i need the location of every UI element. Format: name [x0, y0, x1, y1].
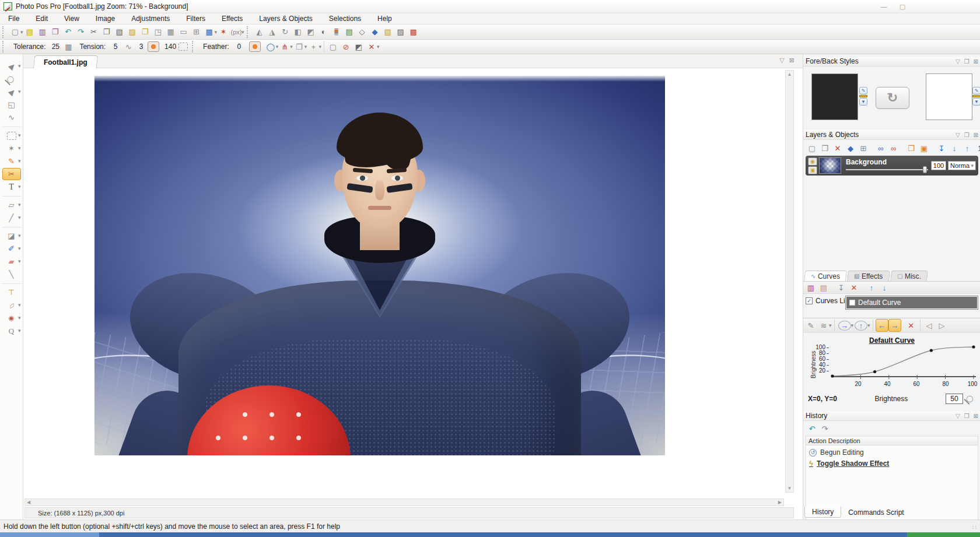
line-tool[interactable]: ╱▾ — [2, 212, 21, 224]
show-grid-button[interactable]: ▦ — [164, 26, 177, 38]
history-item-begun-editing[interactable]: ↺ Begun Editing — [807, 447, 977, 458]
panel-pin-icon[interactable]: ❐ — [964, 58, 970, 65]
rotate-right-button[interactable]: ◮ — [266, 26, 279, 38]
document-tab[interactable]: Football1.jpg — [33, 55, 98, 68]
flip-horizontal-button[interactable]: ◧ — [292, 26, 304, 38]
color-swatches-button[interactable]: ▤ — [343, 26, 356, 38]
new-file-dropdown-icon[interactable]: ▾ — [20, 29, 23, 35]
photo-football-player[interactable] — [94, 76, 665, 455]
copy-button[interactable]: ❐ — [100, 26, 113, 38]
magic-wand-tool[interactable]: ✶▾ — [2, 142, 21, 155]
history-redo-button[interactable]: ↷ — [818, 422, 831, 435]
menu-selections[interactable]: Selections — [321, 13, 369, 24]
scroll-up-icon[interactable]: ▲ — [788, 72, 792, 77]
menu-view[interactable]: View — [56, 13, 88, 24]
history-item-toggle-shadow[interactable]: ϟ Toggle Shadow Effect — [807, 458, 977, 469]
dropdown-icon[interactable]: ▾ — [18, 132, 21, 138]
panel-pin-icon[interactable]: ❐ — [964, 132, 970, 138]
layer-visible-eye-icon[interactable]: ◉ — [808, 157, 817, 166]
shift-curve-up-button[interactable]: ↑ — [855, 321, 867, 331]
color-levels-button[interactable]: ≡ — [330, 26, 343, 38]
curve-value-input[interactable]: 50 — [946, 394, 963, 404]
eraser-tool[interactable]: ▰▾ — [2, 255, 21, 268]
slider-handle[interactable] — [923, 166, 927, 173]
tab-list-dropdown-icon[interactable]: ▽ — [779, 57, 784, 64]
tab-curves[interactable]: ∿Curves — [804, 271, 847, 281]
brush-tool[interactable]: ✐▾ — [2, 243, 21, 255]
paste-button[interactable]: ▨ — [126, 26, 139, 38]
size-value[interactable]: 3 — [135, 43, 148, 51]
foreground-dropdown-button[interactable]: ▼ — [859, 98, 867, 106]
color-picker-tool[interactable]: ╲ — [2, 268, 21, 280]
foreground-edit-button[interactable]: ✎ — [859, 87, 867, 94]
save-button[interactable]: ▥ — [36, 26, 49, 38]
add-object-button[interactable]: ⊞ — [857, 142, 870, 155]
clone-stamp-tool[interactable]: ⊤ — [2, 286, 21, 299]
rotate-left-button[interactable]: ◭ — [253, 26, 266, 38]
menu-layers-objects[interactable]: Layers & Objects — [251, 13, 320, 24]
options-grip-2[interactable] — [192, 41, 195, 52]
dropdown-icon[interactable]: ▾ — [18, 233, 21, 238]
background-edit-button[interactable]: ✎ — [972, 87, 980, 94]
cutout-tool-active[interactable]: ✂ — [2, 168, 21, 180]
dropdown-icon[interactable]: ▾ — [18, 202, 21, 208]
tab-misc[interactable]: ▢Misc. — [890, 271, 928, 281]
edit-curve-button[interactable]: ✎ — [804, 319, 817, 332]
new-selection-button[interactable]: ▢ — [327, 40, 340, 53]
load-curve-button[interactable]: ▤ — [817, 281, 830, 294]
duplicate-layer-button[interactable]: ❐ — [818, 142, 831, 155]
tab-effects[interactable]: ▧Effects — [847, 271, 890, 281]
panel-dropdown-icon[interactable]: ▽ — [956, 58, 960, 65]
layer-row-background[interactable]: ◉ ▣ Background 100 Norma▾ — [806, 156, 978, 176]
scroll-left-icon[interactable]: ◀ — [27, 500, 30, 505]
curves-list-checkbox[interactable]: ✓ — [806, 297, 813, 304]
dropdown-icon[interactable]: ▾ — [18, 63, 21, 69]
paste-special-button[interactable]: ▧ — [113, 26, 126, 38]
print-preview-button[interactable]: ◳ — [152, 26, 164, 38]
dropdown-icon[interactable]: ▾ — [18, 145, 21, 151]
width-value[interactable]: 140 — [164, 43, 177, 51]
dropdown-icon[interactable]: ▾ — [18, 184, 21, 189]
new-file-button[interactable]: ▢ — [9, 26, 22, 38]
image-adjust-button[interactable]: ▩ — [407, 26, 420, 38]
table-button[interactable]: ⊞ — [190, 26, 203, 38]
undo-button[interactable]: ↶ — [62, 26, 75, 38]
prev-point-button[interactable]: ← — [876, 319, 888, 332]
toolbar-grip-2[interactable] — [247, 26, 250, 38]
image-effects-button[interactable]: ▧ — [382, 26, 394, 38]
selection-move-dropdown-icon[interactable]: ▾ — [318, 44, 321, 50]
menu-image[interactable]: Image — [88, 13, 123, 24]
tab-history[interactable]: History — [804, 507, 841, 518]
panel-close-icon[interactable]: ⊠ — [974, 413, 978, 419]
pattern-button[interactable] — [177, 40, 190, 53]
curve-item-checkbox[interactable] — [849, 300, 855, 306]
delete-selection-dropdown-icon[interactable]: ▾ — [377, 44, 380, 50]
selection-copy-button[interactable]: ❐ — [293, 40, 306, 53]
redo-button[interactable]: ↷ — [75, 26, 88, 38]
import-curve-button[interactable]: ↧ — [835, 281, 848, 294]
contrast-button[interactable]: ◐ — [317, 26, 330, 38]
delete-point-button[interactable]: ✕ — [905, 319, 918, 332]
smudge-tool[interactable]: Q▾ — [2, 325, 21, 337]
text-tool[interactable]: T▾ — [2, 181, 21, 193]
path-node-button[interactable]: ⋔ — [278, 40, 291, 53]
brush-style-button[interactable] — [148, 41, 159, 52]
canvas-horizontal-scrollbar[interactable]: ◀ ▶ — [24, 499, 784, 506]
minimize-button[interactable]: — — [876, 2, 891, 11]
show-all-layers-button[interactable]: ∞ — [874, 142, 887, 155]
zoom-tool[interactable]: ◯ — [2, 73, 21, 85]
maximize-button[interactable]: ▢ — [895, 2, 910, 11]
pointer-tool[interactable]: ▶▾ — [2, 60, 21, 72]
toolbar-grip[interactable] — [2, 26, 5, 38]
rotate-free-button[interactable]: ↻ — [279, 26, 292, 38]
curves-list-selected-item[interactable]: Default Curve — [846, 297, 977, 308]
blur-button[interactable]: ◆ — [369, 26, 382, 38]
new-layer-button[interactable]: ▢ — [806, 142, 818, 155]
shift-curve-right-button[interactable]: → — [838, 321, 851, 331]
curve-plot[interactable] — [830, 343, 977, 380]
image-frame-button[interactable]: ▨ — [394, 26, 407, 38]
hide-layer-button[interactable]: ∞ — [887, 142, 900, 155]
image-browser-button[interactable]: ▩ — [203, 26, 216, 38]
move-tool[interactable]: ▶▾ — [2, 86, 21, 98]
tolerance-grid-icon[interactable]: ▦ — [62, 40, 75, 53]
